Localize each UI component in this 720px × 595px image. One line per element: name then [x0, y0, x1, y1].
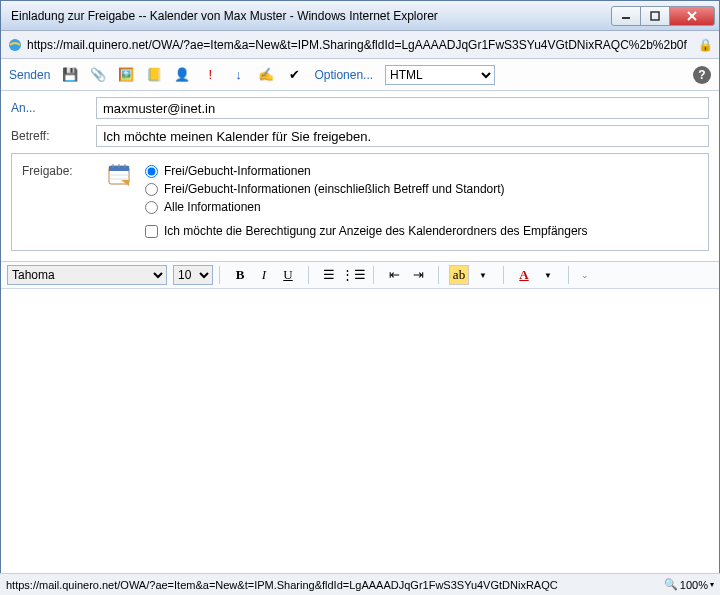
magnifier-icon: 🔍 [664, 578, 678, 591]
separator [568, 266, 569, 284]
to-row: An... [11, 97, 709, 119]
share-opt-all[interactable]: Alle Informationen [145, 200, 698, 214]
to-input[interactable] [96, 97, 709, 119]
send-button[interactable]: Senden [9, 68, 50, 82]
separator [373, 266, 374, 284]
ie-icon [7, 37, 23, 53]
highlight-dropdown[interactable]: ▼ [473, 265, 493, 285]
radio-all[interactable] [145, 201, 158, 214]
expand-toolbar-button[interactable]: ⌄ [575, 265, 595, 285]
font-size-select[interactable]: 10 [173, 265, 213, 285]
close-button[interactable] [669, 6, 715, 26]
main-toolbar: Senden 💾 📎 🖼️ 📒 👤 ! ↓ ✍️ ✔ Optionen... H… [1, 59, 719, 91]
save-icon[interactable]: 💾 [62, 67, 78, 83]
share-box: Freigabe: Frei/Gebucht-Informationen Fre… [11, 153, 709, 251]
header-fields: An... Betreff: Freigabe: Frei/Gebucht-In… [1, 91, 719, 261]
address-book-icon[interactable]: 📒 [146, 67, 162, 83]
svg-rect-1 [651, 12, 659, 20]
options-button[interactable]: Optionen... [314, 68, 373, 82]
italic-button[interactable]: I [254, 265, 274, 285]
subject-label: Betreff: [11, 129, 86, 143]
signature-icon[interactable]: ✍️ [258, 67, 274, 83]
window-controls [612, 6, 715, 26]
separator [308, 266, 309, 284]
numbered-list-button[interactable]: ☰ [319, 265, 339, 285]
window-titlebar: Einladung zur Freigabe -- Kalender von M… [1, 1, 719, 31]
address-bar: https://mail.quinero.net/OWA/?ae=Item&a=… [1, 31, 719, 59]
lock-icon: 🔒 [698, 38, 713, 52]
zoom-value: 100% [680, 579, 708, 591]
status-url: https://mail.quinero.net/OWA/?ae=Item&a=… [6, 579, 658, 591]
share-options: Frei/Gebucht-Informationen Frei/Gebucht-… [145, 164, 698, 238]
bulleted-list-button[interactable]: ⋮☰ [343, 265, 363, 285]
importance-high-icon[interactable]: ! [202, 67, 218, 83]
zoom-dropdown-icon[interactable]: ▾ [710, 580, 714, 589]
zoom-control[interactable]: 🔍 100% ▾ [664, 578, 714, 591]
underline-button[interactable]: U [278, 265, 298, 285]
separator [438, 266, 439, 284]
help-icon[interactable]: ? [693, 66, 711, 84]
separator [503, 266, 504, 284]
radio-freebusy[interactable] [145, 165, 158, 178]
subject-row: Betreff: [11, 125, 709, 147]
url-text[interactable]: https://mail.quinero.net/OWA/?ae=Item&a=… [27, 38, 694, 52]
message-body[interactable] [1, 289, 719, 519]
format-select[interactable]: HTML [385, 65, 495, 85]
subject-input[interactable] [96, 125, 709, 147]
check-names-icon[interactable]: 👤 [174, 67, 190, 83]
outdent-button[interactable]: ⇤ [384, 265, 404, 285]
separator [219, 266, 220, 284]
highlight-button[interactable]: ab [449, 265, 469, 285]
calendar-share-icon [107, 164, 135, 188]
bold-button[interactable]: B [230, 265, 250, 285]
font-name-select[interactable]: Tahoma [7, 265, 167, 285]
maximize-button[interactable] [640, 6, 670, 26]
share-opt-freebusy-detail[interactable]: Frei/Gebucht-Informationen (einschließli… [145, 182, 698, 196]
share-label: Freigabe: [22, 164, 97, 238]
editor-toolbar: Tahoma 10 B I U ☰ ⋮☰ ⇤ ⇥ ab ▼ A ▼ ⌄ [1, 261, 719, 289]
request-permission-checkbox-row[interactable]: Ich möchte die Berechtigung zur Anzeige … [145, 224, 698, 238]
attach-icon[interactable]: 📎 [90, 67, 106, 83]
indent-button[interactable]: ⇥ [408, 265, 428, 285]
radio-freebusy-detail[interactable] [145, 183, 158, 196]
to-label[interactable]: An... [11, 101, 86, 115]
window-title: Einladung zur Freigabe -- Kalender von M… [5, 9, 612, 23]
insert-picture-icon[interactable]: 🖼️ [118, 67, 134, 83]
importance-low-icon[interactable]: ↓ [230, 67, 246, 83]
request-permission-checkbox[interactable] [145, 225, 158, 238]
minimize-button[interactable] [611, 6, 641, 26]
font-color-dropdown[interactable]: ▼ [538, 265, 558, 285]
font-color-button[interactable]: A [514, 265, 534, 285]
share-opt-freebusy[interactable]: Frei/Gebucht-Informationen [145, 164, 698, 178]
spellcheck-icon[interactable]: ✔ [286, 67, 302, 83]
status-bar: https://mail.quinero.net/OWA/?ae=Item&a=… [0, 573, 720, 595]
